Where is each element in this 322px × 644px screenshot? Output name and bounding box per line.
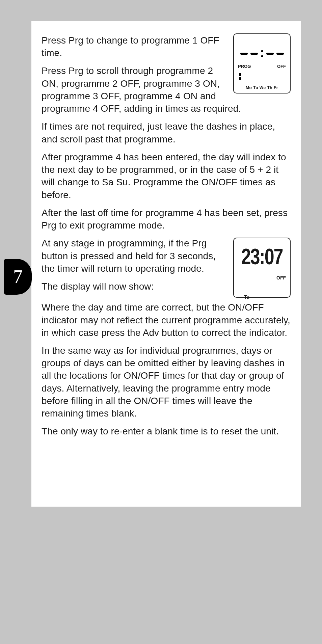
dash-icon (240, 53, 248, 55)
off-label: OFF (277, 63, 286, 69)
prog-label: PROG (238, 63, 251, 69)
lcd-display-time: 23:07 OFF Tu (233, 238, 291, 298)
paragraph: The only way to re-enter a blank time is… (42, 425, 291, 437)
paragraph: In the same way as for individual progra… (42, 344, 291, 420)
paragraph: After programme 4 has been entered, the … (42, 151, 291, 201)
lcd-off-label: OFF (236, 275, 288, 281)
page-number: 7 (13, 266, 23, 288)
lcd-time-value: 23:07 (236, 245, 288, 268)
lcd-labels-row: PROG OFF (237, 63, 287, 69)
lcd-display-dashes: PROG OFF Mo Tu We Th Fr (233, 33, 291, 93)
lcd-time-dashes (237, 50, 287, 57)
body-text: PROG OFF Mo Tu We Th Fr Press Prg to cha… (42, 34, 291, 438)
lcd-days: Mo Tu We Th Fr (237, 85, 287, 91)
manual-page: PROG OFF Mo Tu We Th Fr Press Prg to cha… (31, 21, 301, 507)
paragraph: After the last off time for programme 4 … (42, 207, 291, 232)
lcd-day-value: Tu (236, 294, 288, 300)
prog-indicator-icon (237, 73, 287, 80)
paragraph: Where the day and time are correct, but … (42, 301, 291, 339)
paragraph: If times are not required, just leave th… (42, 120, 291, 145)
colon-icon (261, 50, 263, 57)
dash-icon (266, 53, 274, 55)
page-number-tab: 7 (4, 259, 32, 295)
dash-icon (250, 53, 258, 55)
dash-icon (276, 53, 284, 55)
